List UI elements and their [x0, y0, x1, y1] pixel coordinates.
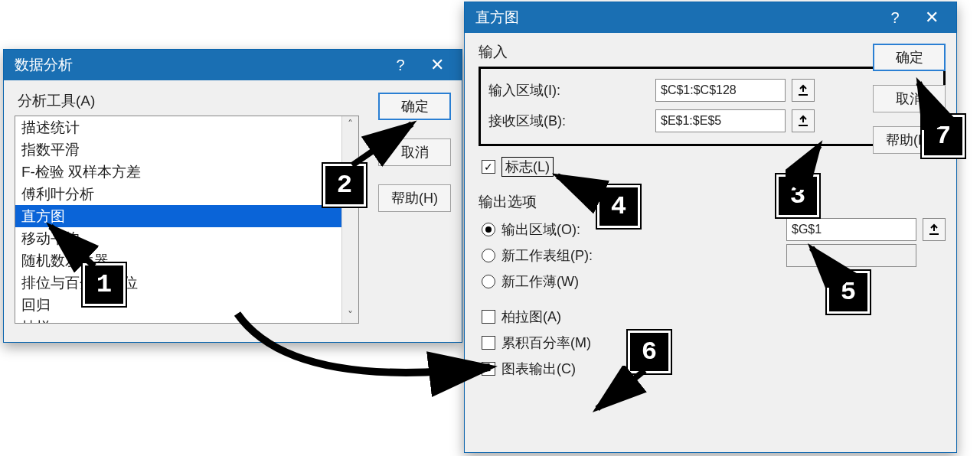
callout-4: 4 — [597, 185, 640, 228]
close-icon[interactable]: ✕ — [913, 2, 950, 33]
list-item[interactable]: 指数平滑 — [15, 138, 341, 161]
output-range-radio[interactable]: 输出区域(O): $G$1 — [482, 217, 946, 243]
chart-output-label: 图表输出(C) — [501, 360, 576, 378]
callout-1: 1 — [83, 263, 126, 306]
radio-icon — [482, 275, 495, 288]
pareto-label: 柏拉图(A) — [501, 308, 561, 326]
input-range-label: 输入区域(I): — [488, 81, 649, 99]
help-button[interactable]: 帮助(H) — [378, 184, 451, 212]
list-item[interactable]: F-检验 双样本方差 — [15, 161, 341, 183]
checkbox-icon: ✓ — [482, 160, 495, 174]
new-worksheet-radio[interactable]: 新工作表组(P): — [482, 243, 946, 269]
cancel-button[interactable]: 取消 — [873, 85, 946, 112]
list-item[interactable]: 回归 — [15, 294, 341, 316]
list-item[interactable]: 移动平均 — [15, 227, 341, 249]
checkbox-icon — [482, 310, 495, 324]
dialog-title: 数据分析 — [15, 55, 73, 75]
close-icon[interactable]: ✕ — [419, 50, 456, 80]
scrollbar[interactable]: ˄ ˅ — [341, 116, 358, 323]
chart-output-checkbox[interactable]: ✓ 图表输出(C) — [482, 356, 946, 382]
list-item[interactable]: 排位与百分比排位 — [15, 272, 341, 294]
callout-5: 5 — [827, 271, 870, 314]
cumulative-pct-label: 累积百分率(M) — [501, 334, 591, 352]
list-item[interactable]: 傅利叶分析 — [15, 183, 341, 205]
scroll-up-icon[interactable]: ˄ — [348, 118, 353, 130]
titlebar[interactable]: 数据分析 ? ✕ — [4, 50, 462, 80]
labels-checkbox-row[interactable]: ✓ 标志(L) — [482, 154, 946, 180]
checkbox-icon: ✓ — [482, 362, 495, 376]
ok-button[interactable]: 确定 — [873, 44, 946, 71]
output-group-label: 输出选项 — [479, 192, 946, 212]
ok-button[interactable]: 确定 — [378, 93, 451, 120]
bin-range-label: 接收区域(B): — [488, 112, 649, 130]
dialog-title: 直方图 — [475, 8, 519, 28]
labels-checkbox-label: 标志(L) — [501, 157, 554, 177]
help-icon[interactable]: ? — [382, 50, 419, 80]
analysis-tools-listbox[interactable]: 描述统计指数平滑F-检验 双样本方差傅利叶分析直方图移动平均随机数发生器排位与百… — [15, 116, 359, 324]
histogram-dialog: 直方图 ? ✕ 输入 输入区域(I): $C$1:$C$128 接收区域(B):… — [464, 2, 957, 453]
pareto-checkbox[interactable]: 柏拉图(A) — [482, 304, 946, 330]
bin-range-field[interactable]: $E$1:$E$5 — [655, 109, 786, 132]
radio-icon — [482, 249, 495, 262]
callout-2: 2 — [323, 164, 366, 207]
titlebar[interactable]: 直方图 ? ✕ — [465, 2, 956, 33]
list-item[interactable]: 抽样 — [15, 316, 341, 323]
input-range-field[interactable]: $C$1:$C$128 — [655, 79, 786, 102]
output-range-field[interactable]: $G$1 — [786, 218, 916, 241]
cancel-button[interactable]: 取消 — [378, 138, 451, 166]
cumulative-pct-checkbox[interactable]: 累积百分率(M) — [482, 330, 946, 356]
data-analysis-dialog: 数据分析 ? ✕ 分析工具(A) 描述统计指数平滑F-检验 双样本方差傅利叶分析… — [3, 49, 462, 343]
help-icon[interactable]: ? — [877, 2, 913, 33]
output-range-label: 输出区域(O): — [501, 220, 580, 239]
scroll-down-icon[interactable]: ˅ — [348, 309, 353, 321]
callout-3: 3 — [776, 174, 819, 217]
list-item[interactable]: 直方图 — [15, 205, 341, 227]
new-workbook-label: 新工作薄(W) — [501, 272, 579, 291]
range-picker-icon[interactable] — [792, 109, 815, 132]
callout-6: 6 — [628, 331, 671, 373]
range-picker-icon[interactable] — [792, 79, 815, 102]
callout-7: 7 — [922, 115, 965, 158]
new-worksheet-field — [786, 244, 916, 267]
range-picker-icon[interactable] — [923, 218, 946, 241]
checkbox-icon — [482, 336, 495, 350]
new-worksheet-label: 新工作表组(P): — [501, 246, 593, 265]
radio-icon — [482, 223, 495, 236]
list-item[interactable]: 随机数发生器 — [15, 249, 341, 272]
new-workbook-radio[interactable]: 新工作薄(W) — [482, 269, 946, 295]
list-item[interactable]: 描述统计 — [15, 116, 341, 138]
